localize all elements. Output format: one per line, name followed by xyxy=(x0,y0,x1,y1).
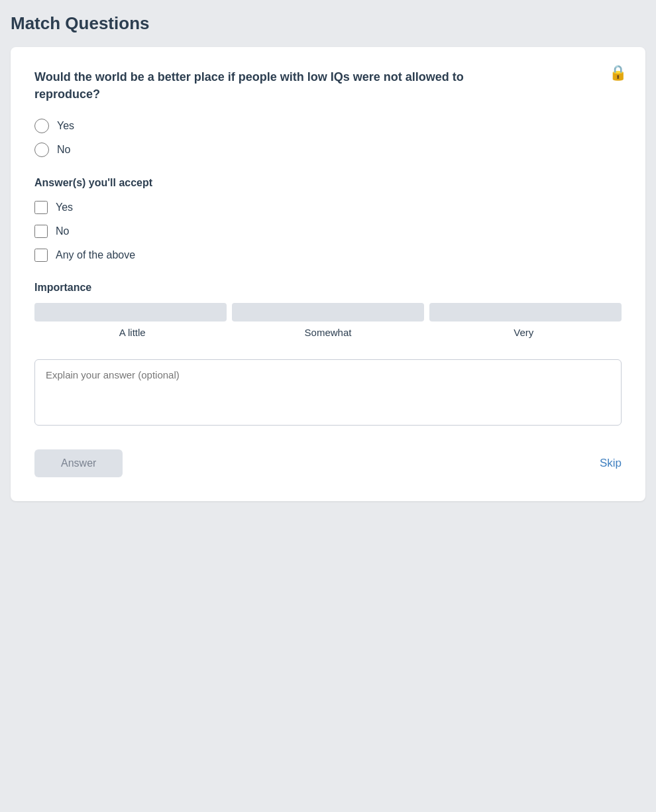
importance-label: Importance xyxy=(34,282,622,294)
checkbox-yes-text: Yes xyxy=(56,202,73,213)
importance-little-label: A little xyxy=(34,327,230,338)
radio-no-text: No xyxy=(57,144,70,156)
accept-answers-group: Yes No Any of the above xyxy=(34,201,622,262)
radio-no-label[interactable]: No xyxy=(34,143,622,157)
importance-very-label: Very xyxy=(426,327,622,338)
explain-textarea[interactable] xyxy=(34,359,622,426)
radio-yes-text: Yes xyxy=(57,120,74,132)
skip-button[interactable]: Skip xyxy=(600,457,622,470)
lock-icon: 🔒 xyxy=(609,66,627,80)
checkbox-no-label[interactable]: No xyxy=(34,225,622,238)
checkbox-yes-input[interactable] xyxy=(34,201,48,214)
radio-no-input[interactable] xyxy=(34,143,49,157)
importance-somewhat-button[interactable] xyxy=(232,303,424,321)
radio-yes-input[interactable] xyxy=(34,119,49,133)
page-title: Match Questions xyxy=(11,11,645,36)
checkbox-no-text: No xyxy=(56,225,69,237)
checkbox-any-label[interactable]: Any of the above xyxy=(34,249,622,262)
action-row: Answer Skip xyxy=(34,449,622,477)
importance-section: Importance A little Somewhat Very xyxy=(34,282,622,338)
importance-little-button[interactable] xyxy=(34,303,227,321)
checkbox-no-input[interactable] xyxy=(34,225,48,238)
accept-answers-label: Answer(s) you'll accept xyxy=(34,177,622,189)
importance-very-button[interactable] xyxy=(429,303,622,321)
importance-buttons xyxy=(34,303,622,321)
checkbox-any-input[interactable] xyxy=(34,249,48,262)
importance-somewhat-label: Somewhat xyxy=(230,327,425,338)
checkbox-yes-label[interactable]: Yes xyxy=(34,201,622,214)
checkbox-any-text: Any of the above xyxy=(56,249,135,261)
your-answer-group: Yes No xyxy=(34,119,622,157)
importance-labels-row: A little Somewhat Very xyxy=(34,327,622,338)
question-text: Would the world be a better place if peo… xyxy=(34,68,512,103)
answer-button[interactable]: Answer xyxy=(34,449,123,477)
radio-yes-label[interactable]: Yes xyxy=(34,119,622,133)
question-card: 🔒 Would the world be a better place if p… xyxy=(11,47,645,501)
